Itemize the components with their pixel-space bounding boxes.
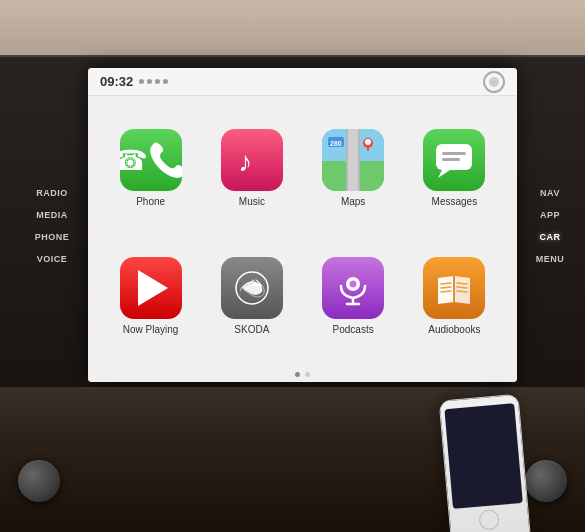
app-podcasts[interactable]: Podcasts <box>303 232 404 360</box>
audiobooks-label: Audiobooks <box>428 324 480 335</box>
phone-button[interactable]: PHONE <box>22 229 82 245</box>
infotainment-screen: 09:32 ☎ Phone <box>88 68 517 382</box>
car-button[interactable]: CAR <box>525 230 575 244</box>
messages-label: Messages <box>432 196 478 207</box>
right-knob[interactable] <box>525 460 567 502</box>
voice-button[interactable]: VOICE <box>22 251 82 267</box>
play-triangle <box>138 270 168 306</box>
music-icon: ♪ <box>221 129 283 191</box>
phone-glyph: ☎ <box>120 144 149 177</box>
nowplaying-icon <box>120 257 182 319</box>
page-dot-1 <box>295 372 300 377</box>
maps-svg: 280 <box>322 129 384 191</box>
status-dots <box>139 79 168 84</box>
iphone-screen <box>444 403 522 509</box>
podcasts-svg <box>331 266 375 310</box>
svg-line-23 <box>441 291 451 292</box>
svg-rect-13 <box>442 152 466 155</box>
svg-text:280: 280 <box>330 140 342 147</box>
apps-grid: ☎ Phone ♪ Music <box>88 96 517 368</box>
menu-button[interactable]: MENU <box>525 252 575 266</box>
svg-point-9 <box>365 139 371 145</box>
app-nowplaying[interactable]: Now Playing <box>100 232 201 360</box>
svg-point-17 <box>350 281 357 288</box>
phone-label: Phone <box>136 196 165 207</box>
podcasts-label: Podcasts <box>333 324 374 335</box>
right-panel: NAV APP CAR MENU <box>515 65 585 387</box>
skoda-icon <box>221 257 283 319</box>
svg-line-22 <box>441 287 451 288</box>
dot-1 <box>139 79 144 84</box>
page-dot-2 <box>305 372 310 377</box>
svg-marker-12 <box>438 170 450 178</box>
dot-4 <box>163 79 168 84</box>
svg-line-25 <box>457 287 467 288</box>
app-skoda[interactable]: SKODA <box>201 232 302 360</box>
audiobooks-icon <box>423 257 485 319</box>
radio-button[interactable]: RADIO <box>22 185 82 201</box>
dot-2 <box>147 79 152 84</box>
messages-icon <box>423 129 485 191</box>
app-audiobooks[interactable]: Audiobooks <box>404 232 505 360</box>
svg-line-26 <box>457 291 467 292</box>
status-bar: 09:32 <box>88 68 517 96</box>
svg-rect-11 <box>436 144 472 170</box>
top-bezel <box>0 0 585 60</box>
maps-label: Maps <box>341 196 365 207</box>
app-music[interactable]: ♪ Music <box>201 104 302 232</box>
status-time: 09:32 <box>100 74 133 89</box>
svg-line-21 <box>441 283 451 284</box>
app-messages[interactable]: Messages <box>404 104 505 232</box>
phone-icon: ☎ <box>120 129 182 191</box>
left-panel: RADIO MEDIA PHONE VOICE <box>0 65 90 387</box>
messages-svg <box>432 138 476 182</box>
media-button[interactable]: MEDIA <box>22 207 82 223</box>
svg-rect-14 <box>442 158 460 161</box>
maps-icon: 280 <box>322 129 384 191</box>
music-note-svg: ♪ <box>233 141 271 179</box>
iphone <box>439 394 532 532</box>
podcasts-icon <box>322 257 384 319</box>
dot-3 <box>155 79 160 84</box>
screen-inner: 09:32 ☎ Phone <box>88 68 517 382</box>
skoda-label: SKODA <box>234 324 269 335</box>
skoda-logo-svg <box>228 264 276 312</box>
dashboard: RADIO MEDIA PHONE VOICE NAV APP CAR MENU… <box>0 0 585 532</box>
home-button-inner <box>489 77 499 87</box>
svg-line-24 <box>457 283 467 284</box>
home-button[interactable] <box>483 71 505 93</box>
music-label: Music <box>239 196 265 207</box>
app-phone[interactable]: ☎ Phone <box>100 104 201 232</box>
svg-rect-4 <box>348 129 358 191</box>
audiobooks-svg <box>432 266 476 310</box>
left-knob[interactable] <box>18 460 60 502</box>
nowplaying-label: Now Playing <box>123 324 179 335</box>
iphone-home-button[interactable] <box>478 509 500 531</box>
pagination <box>88 368 517 382</box>
nav-button[interactable]: NAV <box>525 186 575 200</box>
app-button[interactable]: APP <box>525 208 575 222</box>
app-maps[interactable]: 280 Maps <box>303 104 404 232</box>
svg-text:♪: ♪ <box>238 146 252 177</box>
